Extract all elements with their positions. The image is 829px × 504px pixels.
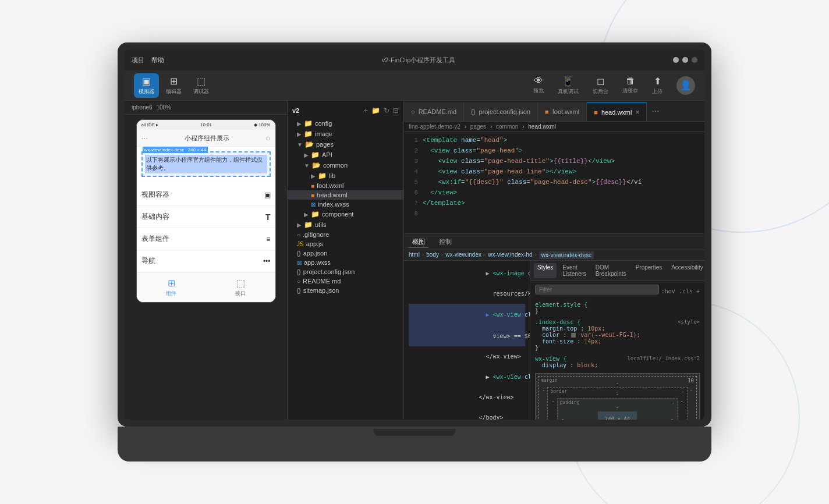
tree-item-app-wxss[interactable]: ⊠ app.wxss [288,258,403,267]
editor-btn[interactable]: ⊞ 编辑器 [161,73,186,98]
code-editor[interactable]: 1 <template name="head"> 2 <view class="… [404,132,704,233]
collapse-btn[interactable]: ⊟ [393,107,399,115]
code-line-6: 6 </view> [404,189,704,200]
tab-readme[interactable]: ○ README.md [404,102,464,121]
tree-item-index-wxss[interactable]: ⊠ index.wxss [288,200,403,209]
close-btn[interactable] [692,57,697,63]
tree-item-app-json[interactable]: {} app.json [288,249,403,258]
dom-crumb-html[interactable]: html [409,251,420,259]
tree-item-common[interactable]: ▼ 📂 common [288,160,403,171]
panel-tab-overview[interactable]: 概图 [409,236,428,248]
sep3: › [522,123,524,130]
styles-tab-styles[interactable]: Styles [534,263,557,278]
json-icon: {} [297,269,301,275]
list-item-2[interactable]: 表单组件 ≡ [137,228,275,250]
tree-item-readme[interactable]: ○ README.md [288,276,403,286]
maximize-btn[interactable] [682,57,688,63]
refresh-btn[interactable]: ↻ [384,107,389,115]
cut-backend-action[interactable]: ◻ 切后台 [593,76,608,95]
debug-btn[interactable]: ⬚ 调试器 [189,73,214,98]
dom-crumb-body[interactable]: body [426,251,439,259]
chevron-icon: ▶ [297,222,302,228]
window-controls[interactable] [673,57,697,63]
tree-item-foot-wxml[interactable]: ■ foot.wxml [288,181,403,190]
prop-display: display [535,362,566,368]
new-folder-btn[interactable]: 📁 [371,107,380,115]
toolbar: ▣ 模拟器 ⊞ 编辑器 ⬚ 调试器 👁 预览 [125,70,704,101]
new-file-btn[interactable]: + [364,107,368,115]
list-item-3[interactable]: 导航 ••• [137,250,275,272]
real-machine-label: 真机调试 [558,88,579,95]
list-label-0: 视图容器 [141,190,169,200]
list-icon-3: ••• [263,257,271,265]
tab-head-wxml[interactable]: ■ head.wxml × [587,102,647,121]
html-view[interactable]: ▶ <wx-image class="index-logo" src="../r… [404,261,530,420]
styles-tab-properties[interactable]: Properties [632,263,666,278]
upload-action[interactable]: ⬆ 上传 [652,76,663,95]
styles-tab-event-listeners[interactable]: Event Listeners [559,263,590,278]
tab-close-btn[interactable]: × [635,108,639,116]
panel-tab-control[interactable]: 控制 [435,236,455,247]
tree-item-config[interactable]: ▶ 📁 config [288,118,403,129]
preview-action[interactable]: 👁 预览 [533,76,544,95]
tree-item-gitignore[interactable]: ○ .gitignore [288,230,403,239]
nav-components[interactable]: ⊞ 组件 [166,278,176,297]
tree-item-lib[interactable]: ▶ 📁 lib [288,171,403,181]
chevron-icon: ▼ [304,162,310,169]
source-index-desc: <style> [678,319,700,325]
more-tabs-btn[interactable]: ··· [647,106,664,116]
tree-item-head-wxml[interactable]: ■ head.wxml [288,190,403,200]
nav-api[interactable]: ⬚ 接口 [235,278,246,297]
margin-label: margin [541,378,558,383]
menu-project[interactable]: 项目 [132,56,144,65]
code-line-8: 8 [404,210,704,221]
preview-panel: iphone6 100% all IDE ▸ 10:01 ◆ 100% ··· [125,101,288,420]
tree-item-project-config[interactable]: {} project.config.json [288,267,403,276]
tab-foot-wxml[interactable]: ■ foot.wxml [538,102,587,121]
dom-crumb-wx-view-desc[interactable]: wx-view.index-desc [539,251,594,259]
list-item-0[interactable]: 视图容器 ▣ [137,184,275,206]
ide-main: iphone6 100% all IDE ▸ 10:01 ◆ 100% ··· [125,101,704,420]
phone-mockup: all IDE ▸ 10:01 ◆ 100% ··· 小程序组件展示 ○ [136,119,276,303]
user-avatar[interactable]: 👤 [676,76,695,95]
tree-item-image[interactable]: ▶ 📁 image [288,129,403,139]
real-machine-action[interactable]: 📱 真机调试 [558,76,579,95]
list-icon-0: ▣ [264,191,271,199]
nav-api-label: 接口 [235,290,246,297]
clear-cache-action[interactable]: 🗑 清缓存 [622,76,638,95]
tree-item-utils[interactable]: ▶ 📁 utils [288,219,403,230]
list-item-1[interactable]: 基础内容 T [137,206,275,228]
wxss-icon: ⊠ [297,260,302,266]
simulator-btn[interactable]: ▣ 模拟器 [134,73,159,98]
menu-bar[interactable]: 项目 帮助 [132,56,164,65]
breadcrumb: fino-applet-demo-v2 › pages › common › h… [404,122,704,132]
minimize-btn[interactable] [673,57,679,63]
menu-help[interactable]: 帮助 [151,56,164,65]
wxml-icon: ■ [311,183,314,189]
line-content-6: </view> [423,189,700,200]
tab-project-config[interactable]: {} project.config.json [464,102,538,121]
folder-icon: 📂 [305,140,314,148]
dom-crumb-wx-view-index[interactable]: wx-view.index [445,251,481,259]
styles-tab-accessibility[interactable]: Accessibility [668,263,704,278]
tree-item-api[interactable]: ▶ 📁 API [288,150,403,160]
editor-content: 1 <template name="head"> 2 <view class="… [404,132,704,420]
tree-label-image: image [315,130,332,137]
padding-val: - [672,400,675,406]
padding-left-val: - [561,416,564,420]
preview-icon: 👁 [534,76,543,86]
chevron-icon: ▶ [311,173,316,179]
status-left: all IDE ▸ [141,122,159,127]
styles-tab-dom-breakpoints[interactable]: DOM Breakpoints [592,263,630,278]
styles-content: :hov .cls + element.style { } [530,281,704,420]
phone-status-bar: all IDE ▸ 10:01 ◆ 100% [137,120,275,130]
tree-item-component[interactable]: ▶ 📁 component [288,209,403,219]
styles-filter-input[interactable] [535,285,659,294]
dom-crumb-wx-view-hd[interactable]: wx-view.index-hd [488,251,532,259]
line-content-7: </template> [423,200,700,210]
folder-icon: 📁 [311,151,320,159]
status-right: ◆ 100% [254,122,271,127]
tree-item-pages[interactable]: ▼ 📂 pages [288,139,403,150]
tree-item-sitemap[interactable]: {} sitemap.json [288,286,403,295]
tree-item-app-js[interactable]: JS app.js [288,239,403,249]
